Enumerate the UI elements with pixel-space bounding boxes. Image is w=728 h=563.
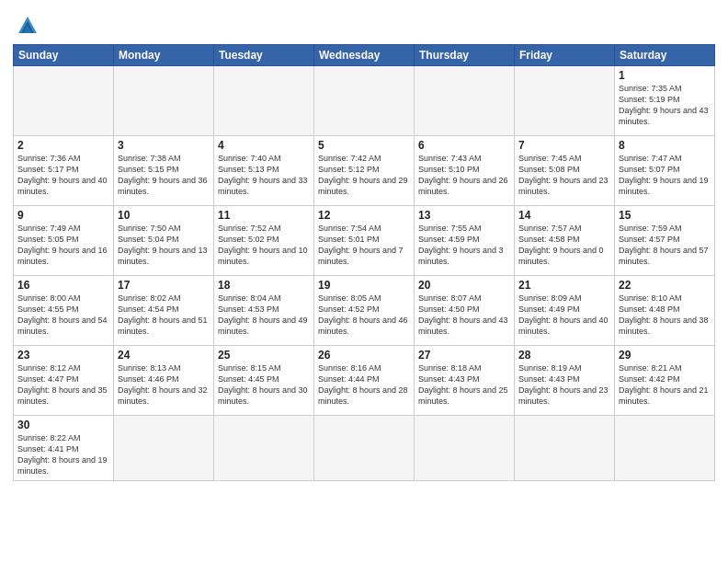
day-info: Sunrise: 8:04 AM Sunset: 4:53 PM Dayligh…	[218, 293, 310, 338]
day-info: Sunrise: 7:57 AM Sunset: 4:58 PM Dayligh…	[518, 223, 610, 268]
day-info: Sunrise: 8:07 AM Sunset: 4:50 PM Dayligh…	[418, 293, 510, 338]
day-info: Sunrise: 7:55 AM Sunset: 4:59 PM Dayligh…	[418, 223, 510, 268]
table-row: 24Sunrise: 8:13 AM Sunset: 4:46 PM Dayli…	[114, 346, 214, 416]
day-info: Sunrise: 7:59 AM Sunset: 4:57 PM Dayligh…	[619, 223, 711, 268]
day-info: Sunrise: 8:00 AM Sunset: 4:55 PM Dayligh…	[17, 293, 109, 338]
day-info: Sunrise: 8:16 AM Sunset: 4:44 PM Dayligh…	[318, 362, 410, 408]
day-info: Sunrise: 8:22 AM Sunset: 4:41 PM Dayligh…	[17, 432, 109, 477]
table-row	[214, 416, 314, 481]
day-number: 22	[619, 279, 711, 292]
day-number: 26	[318, 349, 410, 362]
table-row: 4Sunrise: 7:40 AM Sunset: 5:13 PM Daylig…	[214, 136, 314, 206]
day-info: Sunrise: 7:54 AM Sunset: 5:01 PM Dayligh…	[318, 223, 410, 268]
table-row: 23Sunrise: 8:12 AM Sunset: 4:47 PM Dayli…	[14, 346, 114, 416]
table-row: 21Sunrise: 8:09 AM Sunset: 4:49 PM Dayli…	[515, 276, 615, 346]
table-row: 1Sunrise: 7:35 AM Sunset: 5:19 PM Daylig…	[615, 66, 715, 136]
header-saturday: Saturday	[615, 45, 715, 66]
day-number: 15	[619, 209, 711, 222]
day-number: 5	[318, 139, 410, 152]
day-number: 17	[118, 279, 210, 292]
day-info: Sunrise: 7:47 AM Sunset: 5:07 PM Dayligh…	[619, 153, 711, 198]
table-row	[515, 66, 615, 136]
day-number: 19	[318, 279, 410, 292]
table-row	[615, 416, 715, 481]
table-row: 6Sunrise: 7:43 AM Sunset: 5:10 PM Daylig…	[415, 136, 515, 206]
day-number: 8	[619, 139, 711, 152]
day-info: Sunrise: 8:21 AM Sunset: 4:42 PM Dayligh…	[619, 362, 711, 408]
header-sunday: Sunday	[14, 45, 114, 66]
day-info: Sunrise: 7:40 AM Sunset: 5:13 PM Dayligh…	[218, 153, 310, 198]
table-row: 15Sunrise: 7:59 AM Sunset: 4:57 PM Dayli…	[615, 206, 715, 276]
table-row: 2Sunrise: 7:36 AM Sunset: 5:17 PM Daylig…	[14, 136, 114, 206]
day-info: Sunrise: 8:02 AM Sunset: 4:54 PM Dayligh…	[118, 293, 210, 338]
table-row: 10Sunrise: 7:50 AM Sunset: 5:04 PM Dayli…	[114, 206, 214, 276]
day-number: 9	[17, 209, 109, 222]
day-number: 25	[218, 349, 310, 362]
table-row: 16Sunrise: 8:00 AM Sunset: 4:55 PM Dayli…	[14, 276, 114, 346]
header-tuesday: Tuesday	[214, 45, 314, 66]
table-row: 12Sunrise: 7:54 AM Sunset: 5:01 PM Dayli…	[314, 206, 415, 276]
day-info: Sunrise: 8:10 AM Sunset: 4:48 PM Dayligh…	[619, 293, 711, 338]
day-number: 29	[619, 349, 711, 362]
table-row: 28Sunrise: 8:19 AM Sunset: 4:43 PM Dayli…	[515, 346, 615, 416]
table-row: 3Sunrise: 7:38 AM Sunset: 5:15 PM Daylig…	[114, 136, 214, 206]
day-number: 11	[218, 209, 310, 222]
table-row	[314, 66, 415, 136]
day-number: 3	[118, 139, 210, 152]
table-row: 9Sunrise: 7:49 AM Sunset: 5:05 PM Daylig…	[14, 206, 114, 276]
table-row: 26Sunrise: 8:16 AM Sunset: 4:44 PM Dayli…	[314, 346, 415, 416]
table-row: 7Sunrise: 7:45 AM Sunset: 5:08 PM Daylig…	[515, 136, 615, 206]
day-number: 4	[218, 139, 310, 152]
table-row: 17Sunrise: 8:02 AM Sunset: 4:54 PM Dayli…	[114, 276, 214, 346]
day-number: 24	[118, 349, 210, 362]
day-info: Sunrise: 7:50 AM Sunset: 5:04 PM Dayligh…	[118, 223, 210, 268]
header-wednesday: Wednesday	[314, 45, 415, 66]
day-info: Sunrise: 7:35 AM Sunset: 5:19 PM Dayligh…	[619, 83, 711, 128]
table-row	[415, 416, 515, 481]
table-row: 20Sunrise: 8:07 AM Sunset: 4:50 PM Dayli…	[415, 276, 515, 346]
logo-icon	[15, 13, 40, 39]
day-number: 28	[518, 349, 610, 362]
day-number: 13	[418, 209, 510, 222]
day-info: Sunrise: 7:45 AM Sunset: 5:08 PM Dayligh…	[518, 153, 610, 198]
weekday-header-row: Sunday Monday Tuesday Wednesday Thursday…	[14, 45, 715, 66]
day-info: Sunrise: 8:18 AM Sunset: 4:43 PM Dayligh…	[418, 362, 510, 408]
logo	[13, 13, 39, 39]
day-number: 12	[318, 209, 410, 222]
day-number: 27	[418, 349, 510, 362]
day-info: Sunrise: 7:38 AM Sunset: 5:15 PM Dayligh…	[118, 153, 210, 198]
day-info: Sunrise: 8:19 AM Sunset: 4:43 PM Dayligh…	[518, 362, 610, 408]
table-row	[214, 66, 314, 136]
table-row: 14Sunrise: 7:57 AM Sunset: 4:58 PM Dayli…	[515, 206, 615, 276]
table-row	[114, 416, 214, 481]
day-number: 30	[17, 419, 109, 431]
day-number: 1	[619, 69, 711, 82]
day-number: 7	[518, 139, 610, 152]
table-row: 29Sunrise: 8:21 AM Sunset: 4:42 PM Dayli…	[615, 346, 715, 416]
table-row: 22Sunrise: 8:10 AM Sunset: 4:48 PM Dayli…	[615, 276, 715, 346]
table-row: 19Sunrise: 8:05 AM Sunset: 4:52 PM Dayli…	[314, 276, 415, 346]
day-info: Sunrise: 7:42 AM Sunset: 5:12 PM Dayligh…	[318, 153, 410, 198]
table-row	[114, 66, 214, 136]
table-row: 5Sunrise: 7:42 AM Sunset: 5:12 PM Daylig…	[314, 136, 415, 206]
day-number: 16	[17, 279, 109, 292]
day-info: Sunrise: 8:15 AM Sunset: 4:45 PM Dayligh…	[218, 362, 310, 408]
day-number: 2	[17, 139, 109, 152]
table-row	[314, 416, 415, 481]
day-number: 23	[17, 349, 109, 362]
day-number: 21	[518, 279, 610, 292]
day-info: Sunrise: 7:43 AM Sunset: 5:10 PM Dayligh…	[418, 153, 510, 198]
day-info: Sunrise: 7:52 AM Sunset: 5:02 PM Dayligh…	[218, 223, 310, 268]
table-row: 18Sunrise: 8:04 AM Sunset: 4:53 PM Dayli…	[214, 276, 314, 346]
table-row	[14, 66, 114, 136]
calendar-table: Sunday Monday Tuesday Wednesday Thursday…	[13, 44, 715, 481]
table-row: 8Sunrise: 7:47 AM Sunset: 5:07 PM Daylig…	[615, 136, 715, 206]
day-number: 10	[118, 209, 210, 222]
day-info: Sunrise: 7:36 AM Sunset: 5:17 PM Dayligh…	[17, 153, 109, 198]
day-number: 18	[218, 279, 310, 292]
day-number: 20	[418, 279, 510, 292]
day-info: Sunrise: 8:13 AM Sunset: 4:46 PM Dayligh…	[118, 362, 210, 408]
header-friday: Friday	[515, 45, 615, 66]
table-row	[415, 66, 515, 136]
header-thursday: Thursday	[415, 45, 515, 66]
